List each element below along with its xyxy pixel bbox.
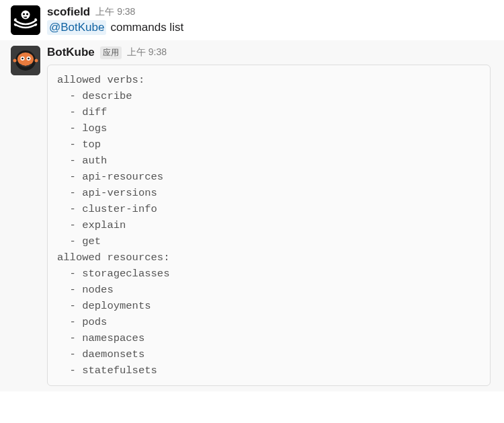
svg-point-14 bbox=[17, 52, 34, 66]
svg-rect-6 bbox=[25, 17, 26, 17]
username[interactable]: BotKube bbox=[47, 46, 95, 59]
pirate-icon bbox=[11, 5, 40, 35]
message-body: @BotKube commands list bbox=[47, 20, 491, 35]
mention[interactable]: @BotKube bbox=[47, 20, 106, 35]
message-text: commands list bbox=[110, 21, 183, 34]
bot-icon bbox=[11, 46, 40, 75]
timestamp: 上午 9:38 bbox=[95, 6, 135, 18]
svg-point-20 bbox=[35, 59, 38, 63]
svg-point-8 bbox=[14, 18, 17, 21]
code-block: allowed verbs: - describe - diff - logs … bbox=[47, 65, 491, 386]
svg-point-10 bbox=[14, 24, 17, 26]
svg-point-19 bbox=[13, 59, 17, 63]
svg-rect-5 bbox=[24, 17, 24, 17]
svg-point-3 bbox=[26, 13, 28, 15]
username[interactable]: scofield bbox=[47, 5, 90, 19]
svg-rect-7 bbox=[26, 17, 27, 17]
avatar-botkube[interactable] bbox=[11, 46, 40, 75]
message-bot: BotKube 应用 上午 9:38 allowed verbs: - desc… bbox=[0, 40, 504, 391]
svg-point-2 bbox=[23, 13, 25, 15]
timestamp: 上午 9:38 bbox=[127, 46, 167, 59]
svg-point-11 bbox=[34, 24, 37, 26]
avatar-scofield[interactable] bbox=[11, 5, 40, 35]
message-header: BotKube 应用 上午 9:38 bbox=[47, 46, 491, 59]
app-badge: 应用 bbox=[100, 46, 122, 59]
svg-point-18 bbox=[28, 58, 30, 60]
message-user: scofield 上午 9:38 @BotKube commands list bbox=[0, 0, 504, 40]
svg-point-17 bbox=[22, 58, 24, 60]
message-content: scofield 上午 9:38 @BotKube commands list bbox=[47, 5, 491, 35]
svg-point-9 bbox=[34, 18, 37, 21]
message-header: scofield 上午 9:38 bbox=[47, 5, 491, 19]
message-content: BotKube 应用 上午 9:38 allowed verbs: - desc… bbox=[47, 46, 491, 386]
